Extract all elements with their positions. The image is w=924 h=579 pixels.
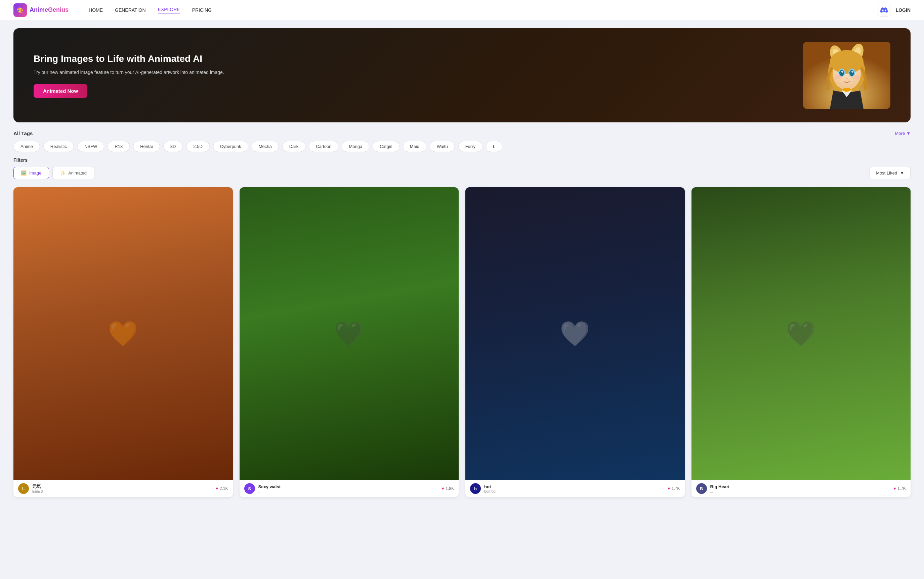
banner-text: Bring Images to Life with Animated AI Tr… [34,53,224,98]
avatar: B [696,483,707,494]
svg-point-15 [851,70,854,73]
card-username: bombbi [484,489,664,493]
nav-links: HOME GENERATION EXPLORE PRICING [89,7,212,13]
card-likes: ♥1.8K [442,486,454,491]
filter-buttons: 🖼️ Image ✨ Animated [13,167,95,179]
card-footer: BBig Heart...♥1.7K [691,480,911,497]
card-title: 元気 [32,484,212,489]
banner-section: Bring Images to Life with Animated AI Tr… [0,20,924,131]
tag-chip[interactable]: 3D [163,141,183,152]
filters-section: Filters 🖼️ Image ✨ Animated Most Liked ▼ [0,157,924,185]
heart-icon: ♥ [893,486,896,491]
tag-chip[interactable]: Mecha [252,141,279,152]
svg-point-9 [830,50,864,74]
tag-chip[interactable]: R18 [108,141,130,152]
card-title: hot [484,484,664,489]
card-username: . [258,489,438,493]
discord-button[interactable] [878,4,890,16]
card-footer: L元気lottie S♥2.1K [13,480,233,497]
image-card[interactable]: 🤍bhotbombbi♥1.7K [465,187,685,497]
avatar: b [470,483,481,494]
tags-title: All Tags [13,131,33,136]
animated-now-button[interactable]: Animated Now [34,84,87,98]
banner: Bring Images to Life with Animated AI Tr… [13,28,911,123]
nav-right: LOGIN [878,4,911,16]
more-tags-button[interactable]: More ▼ [895,131,911,136]
card-image: 🧡 [13,187,233,480]
sort-chevron-icon: ▼ [900,170,904,175]
banner-subtitle: Try our new animated image feature to tu… [34,69,224,76]
tag-chip[interactable]: Catgirl [373,141,399,152]
card-info: Big Heart... [710,484,890,493]
logo-icon: 🎨 [13,3,27,17]
card-likes: ♥1.7K [893,486,906,491]
animated-filter-icon: ✨ [60,170,65,175]
image-card[interactable]: 🖤BBig Heart...♥1.7K [691,187,911,497]
logo-text: AnimeGenius [29,7,68,13]
card-username: ... [710,489,890,493]
nav-explore[interactable]: EXPLORE [158,7,180,13]
tags-header: All Tags More ▼ [13,131,911,136]
tag-chip[interactable]: Dark [282,141,305,152]
tags-section: All Tags More ▼ AnimeRealisticNSFWR18Hen… [0,131,924,157]
tag-chip[interactable]: Waifu [430,141,455,152]
image-card[interactable]: 🧡L元気lottie S♥2.1K [13,187,233,497]
card-image: 🤍 [465,187,685,480]
heart-icon: ♥ [668,486,670,491]
svg-point-16 [834,75,841,79]
tag-chip[interactable]: Hentai [133,141,160,152]
svg-point-18 [846,78,848,79]
nav-generation[interactable]: GENERATION [115,7,146,13]
card-info: Sexy waist. [258,484,438,493]
nav-home[interactable]: HOME [89,7,103,13]
tag-chip[interactable]: NSFW [77,141,104,152]
tag-chip[interactable]: Manga [342,141,369,152]
tag-chip[interactable]: 2.5D [186,141,209,152]
card-username: lottie S [32,489,212,494]
card-footer: SSexy waist.♥1.8K [240,480,459,497]
svg-point-19 [843,88,851,92]
tag-chip[interactable]: Furry [458,141,482,152]
chevron-down-icon: ▼ [906,131,911,136]
card-image: 🖤 [691,187,911,480]
tags-list: AnimeRealisticNSFWR18Hentai3D2.5DCyberpu… [13,141,911,152]
grid-section: 🧡L元気lottie S♥2.1K🖤SSexy waist.♥1.8K🤍bhot… [0,185,924,511]
banner-image [803,42,890,109]
svg-text:🎨: 🎨 [17,7,23,13]
sort-dropdown[interactable]: Most Liked ▼ [870,167,911,179]
tag-chip[interactable]: L [486,141,502,152]
card-title: Sexy waist [258,484,438,489]
card-title: Big Heart [710,484,890,489]
login-button[interactable]: LOGIN [896,7,911,13]
image-filter-icon: 🖼️ [21,170,26,175]
tag-chip[interactable]: Realistic [43,141,74,152]
filters-label: Filters [13,157,911,163]
card-likes: ♥2.1K [216,486,228,491]
banner-character-svg [803,42,890,109]
avatar: S [244,483,255,494]
tag-chip[interactable]: Anime [13,141,40,152]
image-card[interactable]: 🖤SSexy waist.♥1.8K [240,187,459,497]
svg-point-13 [849,70,854,76]
filters-row: 🖼️ Image ✨ Animated Most Liked ▼ [13,167,911,179]
avatar: L [18,483,29,494]
filter-animated-button[interactable]: ✨ Animated [52,167,95,179]
svg-point-12 [839,70,844,76]
navbar: 🎨 AnimeGenius HOME GENERATION EXPLORE PR… [0,0,924,20]
tag-chip[interactable]: Cartoon [309,141,338,152]
svg-point-17 [852,75,859,79]
logo[interactable]: 🎨 AnimeGenius [13,3,68,17]
banner-title: Bring Images to Life with Animated AI [34,53,224,65]
card-image: 🖤 [240,187,459,480]
svg-point-14 [841,70,843,73]
card-info: 元気lottie S [32,484,212,494]
card-info: hotbombbi [484,484,664,493]
tag-chip[interactable]: Cyberpunk [213,141,248,152]
nav-pricing[interactable]: PRICING [192,7,212,13]
card-likes: ♥1.7K [668,486,680,491]
image-grid: 🧡L元気lottie S♥2.1K🖤SSexy waist.♥1.8K🤍bhot… [13,187,911,497]
heart-icon: ♥ [216,486,218,491]
filter-image-button[interactable]: 🖼️ Image [13,167,49,179]
tag-chip[interactable]: Maid [403,141,426,152]
card-footer: bhotbombbi♥1.7K [465,480,685,497]
